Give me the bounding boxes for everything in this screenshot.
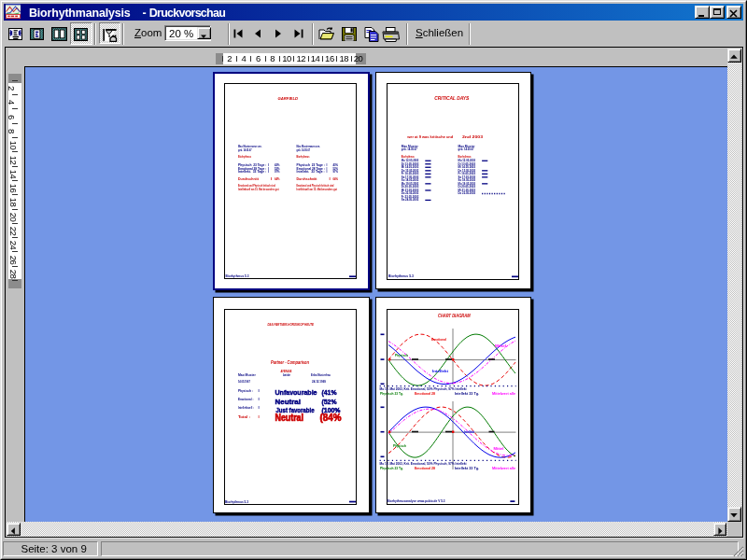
svg-text:wer at 9 was kritische und: wer at 9 was kritische und <box>406 135 453 139</box>
svg-text:Intellekt: Intellekt <box>432 370 449 373</box>
svg-text:Neutral: Neutral <box>275 413 304 423</box>
svg-text:Intellekt. 33 Tage : I: Intellekt. 33 Tage : I <box>238 170 269 174</box>
svg-text:I: I <box>271 177 272 181</box>
svg-text:Mittelwert alle: Mittelwert alle <box>492 467 515 470</box>
svg-text:Biorhythmus 5.3: Biorhythmus 5.3 <box>225 500 248 504</box>
svg-text:Intellekt 33 Tg.: Intellekt 33 Tg. <box>455 467 479 470</box>
svg-text:Biorhythmusanalyse www.pcbio.: Biorhythmusanalyse www.pcbio.de V 5.3 <box>388 499 445 503</box>
svg-text:Total :: Total : <box>238 415 250 419</box>
svg-text:Mittelwert alle: Mittelwert alle <box>492 392 515 396</box>
svg-text:97%: 97% <box>333 170 339 174</box>
svg-text:Biorhythmus: Biorhythmus <box>238 155 251 159</box>
svg-text:(84%: (84% <box>320 413 342 423</box>
svg-text:Sa 24.05.2003: Sa 24.05.2003 <box>402 198 419 202</box>
svg-text:geb. 14.05.67: geb. 14.05.67 <box>297 148 311 152</box>
svg-text:Physisch 23 Tg.: Physisch 23 Tg. <box>380 392 403 396</box>
svg-text:Intellekt: Intellekt <box>464 430 475 434</box>
svg-text:Emotional 28: Emotional 28 <box>415 467 435 470</box>
svg-text:Mo 12. Mai 2003, Krit. Emotion: Mo 12. Mai 2003, Krit. Emotional, 50% Ph… <box>380 387 468 391</box>
svg-text:64%: 64% <box>275 177 280 181</box>
svg-text:Biorhythmus 5.3: Biorhythmus 5.3 <box>226 274 249 278</box>
svg-text:(52%: (52% <box>322 398 337 406</box>
svg-text:24.12.1969: 24.12.1969 <box>312 380 326 384</box>
svg-text:Durchschnitt: Durchschnitt <box>297 177 318 181</box>
svg-text:Durchschnitt: Durchschnitt <box>238 177 260 181</box>
svg-text:Biorhythmus: Biorhythmus <box>297 155 310 159</box>
svg-text:Max Muster: Max Muster <box>238 373 257 377</box>
svg-text:Intellektuell :: Intellektuell : <box>238 406 254 410</box>
svg-text:geb. 14.05.67: geb. 14.05.67 <box>458 147 474 151</box>
svg-text:Emotional :: Emotional : <box>238 398 254 401</box>
svg-text:CRITICAL DAYS: CRITICAL DAYS <box>434 96 469 101</box>
svg-text:geb. 14.05.67: geb. 14.05.67 <box>238 148 252 152</box>
svg-text:Emotional: Emotional <box>431 338 446 342</box>
svg-text:Unfavourable: Unfavourable <box>275 388 318 397</box>
svg-text:DAS PARTNER-HOROSKOP HEUTE: DAS PARTNER-HOROSKOP HEUTE <box>268 323 315 327</box>
svg-text:Biorhythmus 5.3: Biorhythmus 5.3 <box>388 274 414 278</box>
svg-text:(41%: (41% <box>322 388 337 397</box>
svg-text:Intellekt 33 Tg.: Intellekt 33 Tg. <box>455 392 479 396</box>
svg-text:2nd 2003: 2nd 2003 <box>462 135 483 139</box>
svg-text:Physisch 23 Tg.: Physisch 23 Tg. <box>380 467 403 470</box>
svg-text:Intellektuell am 15. Mai beson: Intellektuell am 15. Mai besonders gut <box>238 188 279 191</box>
svg-text:Emotional 28: Emotional 28 <box>415 392 435 396</box>
svg-text:Mittel: Mittel <box>495 344 506 348</box>
svg-text:Physisch :: Physisch : <box>238 389 253 393</box>
svg-text:Physisch: Physisch <box>393 444 406 448</box>
svg-text:14.05.1967: 14.05.1967 <box>238 380 250 384</box>
svg-text:I: I <box>259 406 260 410</box>
svg-text:I: I <box>330 177 331 181</box>
svg-text:CHART DIAGRAM: CHART DIAGRAM <box>438 314 471 318</box>
svg-text:I: I <box>259 389 260 393</box>
svg-text:beide: beide <box>283 373 290 377</box>
svg-text:Do 22.05.2003: Do 22.05.2003 <box>458 191 476 195</box>
svg-text:AVERAGE: AVERAGE <box>281 370 292 373</box>
svg-text:I: I <box>259 398 260 401</box>
svg-text:64%: 64% <box>333 177 339 181</box>
svg-text:I: I <box>259 415 260 419</box>
svg-text:Neutral: Neutral <box>275 398 302 406</box>
svg-text:Erika Musterfrau: Erika Musterfrau <box>311 373 331 377</box>
svg-text:Partner - Comparison: Partner - Comparison <box>271 360 309 365</box>
svg-text:GARFIELD: GARFIELD <box>278 96 299 101</box>
svg-text:97%: 97% <box>275 170 280 174</box>
svg-text:Intellektuell am 15. Mai beson: Intellektuell am 15. Mai besonders gut <box>297 188 338 191</box>
svg-text:Physisch: Physisch <box>395 354 408 357</box>
svg-text:geb. 14.05.67: geb. 14.05.67 <box>402 147 417 151</box>
svg-text:Mittel: Mittel <box>494 447 504 451</box>
svg-text:Mo 12. Mai 2003, Krit. Emotion: Mo 12. Mai 2003, Krit. Emotional, 50% Ph… <box>380 462 468 466</box>
svg-text:Intellekt. 33 Tage : I: Intellekt. 33 Tage : I <box>297 170 328 174</box>
